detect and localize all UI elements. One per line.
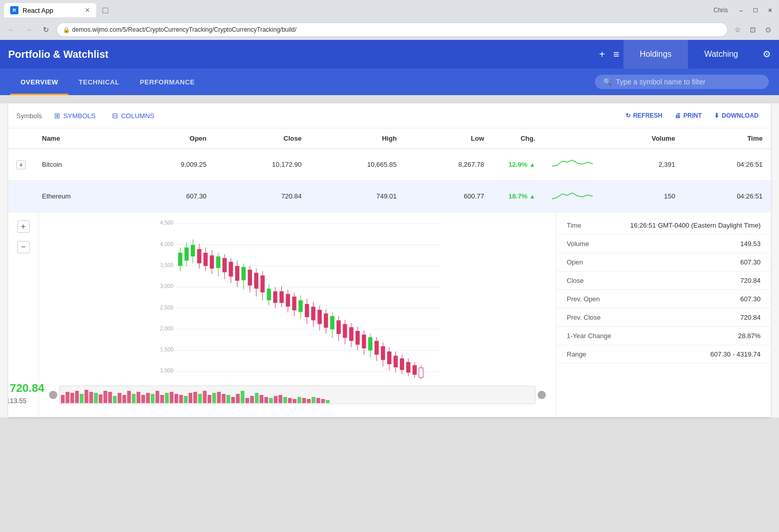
svg-rect-98 — [80, 394, 83, 403]
svg-rect-41 — [254, 273, 258, 289]
tab-close-button[interactable]: ✕ — [85, 7, 90, 14]
refresh-button[interactable]: ↻ REFRESH — [621, 110, 666, 121]
bitcoin-high: 10,665.85 — [310, 149, 405, 181]
svg-rect-121 — [189, 393, 192, 403]
svg-rect-67 — [337, 320, 341, 334]
browser-titlebar: R React App ✕ □ Chris – ☐ ✕ — [0, 0, 779, 20]
svg-text:1,500: 1,500 — [160, 347, 173, 352]
tab-technical[interactable]: TECHNICAL — [69, 69, 130, 95]
toolbar-right-actions: ↻ REFRESH 🖨 PRINT ⬇ DOWNLOAD — [621, 110, 763, 121]
svg-rect-138 — [269, 398, 273, 403]
back-button[interactable]: ← — [4, 23, 18, 37]
refresh-button[interactable]: ↻ — [39, 23, 53, 37]
svg-rect-49 — [279, 291, 283, 303]
new-tab-button[interactable]: □ — [98, 3, 113, 17]
table-row[interactable]: + Bitcoin 9,009.25 10,172.90 10,665.85 8… — [8, 149, 771, 181]
print-button[interactable]: 🖨 PRINT — [671, 110, 706, 121]
svg-rect-136 — [260, 395, 263, 403]
svg-rect-53 — [292, 297, 296, 311]
svg-rect-103 — [103, 391, 107, 403]
svg-rect-101 — [94, 393, 98, 403]
browser-tab[interactable]: R React App ✕ — [4, 3, 96, 17]
download-icon: ⬇ — [714, 112, 719, 119]
close-button[interactable]: ✕ — [765, 5, 775, 15]
stat-time: Time 16:26:51 GMT-0400 (Eastern Daylight… — [557, 216, 771, 235]
svg-rect-131 — [236, 394, 239, 403]
menu-button[interactable]: ≡ — [609, 47, 624, 62]
svg-rect-31 — [222, 258, 227, 272]
svg-rect-148 — [317, 398, 320, 403]
ethereum-time: 04:26:51 — [683, 181, 771, 212]
print-icon: 🖨 — [675, 112, 681, 119]
svg-rect-83 — [387, 351, 391, 364]
account-button[interactable]: ⊙ — [762, 23, 775, 36]
tab-watching[interactable]: Watching — [688, 40, 754, 69]
svg-rect-94 — [61, 395, 64, 403]
symbols-button[interactable]: ⊞ SYMBOLS — [50, 109, 100, 122]
extension-button[interactable]: ⊡ — [746, 23, 760, 36]
settings-button[interactable]: ⚙ — [763, 49, 771, 60]
svg-rect-21 — [191, 245, 195, 257]
svg-rect-108 — [127, 391, 131, 403]
url-text: demos.wijmo.com/5/React/CryptoCurrencyTr… — [72, 26, 721, 33]
scrollbar-track — [59, 386, 536, 404]
search-input[interactable] — [616, 78, 761, 86]
svg-rect-116 — [165, 393, 169, 403]
forward-button[interactable]: → — [21, 23, 36, 37]
bookmark-button[interactable]: ☆ — [731, 23, 744, 36]
stat-open: Open 607.30 — [557, 253, 771, 272]
stat-volume: Volume 149.53 — [557, 235, 771, 253]
window-controls: Chris – ☐ ✕ — [714, 5, 775, 15]
svg-rect-140 — [279, 395, 282, 403]
columns-button[interactable]: ⊟ COLUMNS — [108, 109, 159, 122]
address-bar[interactable]: 🔒 demos.wijmo.com/5/React/CryptoCurrency… — [56, 23, 728, 37]
add-button[interactable]: + — [595, 47, 609, 62]
table-header-row: Name Open Close High Low Chg. Volume Tim… — [8, 128, 771, 149]
svg-rect-149 — [321, 399, 325, 403]
bitcoin-close: 10,172.90 — [215, 149, 310, 181]
col-volume: Volume — [601, 128, 683, 149]
scrollbar-right-handle[interactable] — [538, 391, 546, 399]
svg-rect-59 — [311, 306, 315, 320]
zoom-out-button[interactable]: − — [17, 241, 30, 253]
svg-rect-71 — [349, 327, 353, 341]
zoom-in-button[interactable]: + — [17, 220, 30, 233]
scrollbar-left-handle[interactable] — [49, 391, 57, 399]
svg-rect-25 — [204, 253, 208, 266]
col-close: Close — [215, 128, 310, 149]
svg-rect-132 — [241, 391, 244, 403]
tab-overview[interactable]: OVERVIEW — [10, 69, 69, 95]
svg-rect-81 — [381, 346, 385, 360]
address-bar-row: ← → ↻ 🔒 demos.wijmo.com/5/React/CryptoCu… — [0, 20, 779, 40]
svg-rect-113 — [151, 394, 154, 403]
svg-rect-105 — [113, 396, 117, 403]
svg-rect-55 — [299, 300, 303, 312]
symbol-search[interactable]: 🔍 — [595, 75, 769, 89]
minimize-button[interactable]: – — [736, 5, 746, 15]
expand-bitcoin-button[interactable]: + — [16, 160, 26, 169]
bitcoin-change: 12.9% ▲ — [493, 149, 544, 181]
ethereum-change: 18.7% ▲ — [493, 181, 544, 212]
tab-performance[interactable]: PERFORMANCE — [129, 69, 205, 95]
svg-rect-89 — [406, 362, 410, 373]
maximize-button[interactable]: ☐ — [750, 5, 761, 15]
svg-rect-111 — [141, 395, 145, 403]
svg-rect-145 — [302, 398, 306, 403]
ethereum-sparkline — [544, 181, 601, 212]
ethereum-high: 749.01 — [310, 181, 405, 212]
columns-icon: ⊟ — [112, 112, 118, 120]
svg-rect-47 — [273, 291, 277, 303]
download-button[interactable]: ⬇ DOWNLOAD — [710, 110, 763, 121]
stat-prev-close: Prev. Close 720.84 — [557, 308, 771, 327]
svg-rect-93 — [419, 368, 423, 378]
col-chg: Chg. — [493, 128, 544, 149]
svg-rect-115 — [160, 395, 164, 403]
tab-holdings[interactable]: Holdings — [624, 40, 688, 69]
bitcoin-name: Bitcoin — [34, 149, 127, 181]
app-header: Portfolio & Watchlist + ≡ Holdings Watch… — [0, 40, 779, 69]
col-high: High — [310, 128, 405, 149]
svg-rect-119 — [179, 395, 183, 403]
table-row[interactable]: Ethereum 607.30 720.84 749.01 600.77 18.… — [8, 181, 771, 212]
svg-rect-35 — [235, 266, 239, 281]
svg-rect-126 — [212, 393, 216, 403]
